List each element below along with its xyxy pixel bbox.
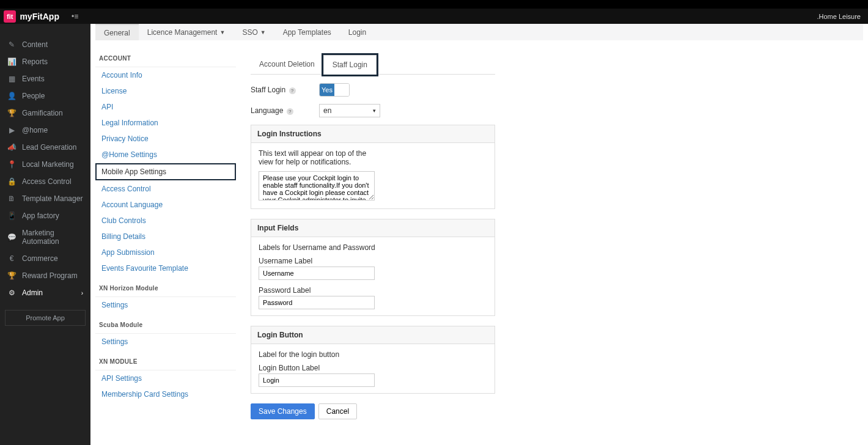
sidemenu-heading-xnmodule: XN MODULE (95, 350, 236, 370)
sidemenu-link-membership-card-settings[interactable]: Membership Card Settings (95, 386, 236, 402)
subtab-staff-login[interactable]: Staff Login (323, 55, 377, 75)
bull-icon: 📣 (7, 143, 16, 152)
tab-login[interactable]: Login (340, 24, 375, 40)
tab-label: Login (348, 28, 366, 37)
sidemenu-link--home-settings[interactable]: @Home Settings (95, 147, 236, 163)
sidemenu-link-club-controls[interactable]: Club Controls (95, 213, 236, 229)
tab-sso[interactable]: SSO▼ (234, 24, 274, 40)
password-label-input[interactable] (259, 296, 375, 309)
mobile-icon: 📱 (7, 211, 16, 220)
lock-icon: 🔒 (7, 177, 16, 186)
sidemenu-link-access-control[interactable]: Access Control (95, 181, 236, 197)
sidebar-item-template-manager[interactable]: 🗎Template Manager (0, 190, 90, 207)
tab-app-templates[interactable]: App Templates (274, 24, 340, 40)
chevron-down-icon: ▾ (373, 108, 376, 114)
chart-icon: 📊 (7, 57, 16, 66)
username-label-input[interactable] (259, 267, 375, 280)
tab-label: Licence Management (147, 28, 218, 37)
promote-app-button[interactable]: Promote App (5, 310, 86, 326)
login-button-panel: Login Button Label for the login button … (251, 326, 495, 394)
sidebar-item-reward-program[interactable]: 🏆Reward Program (0, 267, 90, 284)
sidemenu-link-mobile-app-settings[interactable]: Mobile App Settings (95, 163, 236, 180)
sidebar-item-label: Access Control (22, 177, 72, 186)
sidebar-item-marketing-automation[interactable]: 💬Marketing Automation (0, 224, 90, 250)
sidemenu-link-api-settings[interactable]: API Settings (95, 370, 236, 386)
panel-header: Login Button (251, 326, 495, 344)
sidemenu-link-legal-information[interactable]: Legal Information (95, 115, 236, 131)
sidebar-item-label: Template Manager (22, 194, 83, 203)
euro-icon: € (7, 254, 16, 263)
pin-icon: 📍 (7, 160, 16, 169)
toggle-blank (334, 84, 349, 96)
staff-login-toggle[interactable]: Yes (319, 83, 350, 97)
sidebar-item-label: Content (22, 40, 48, 49)
doc-icon: 🗎 (7, 194, 16, 203)
input-fields-panel: Input Fields Labels for Username and Pas… (251, 219, 495, 316)
sidemenu-link-events-favourite-template[interactable]: Events Favourite Template (95, 260, 236, 276)
tenant-name[interactable]: .Home Leisure (817, 13, 861, 20)
comment-icon: 💬 (7, 233, 16, 241)
sidemenu-link-settings[interactable]: Settings (95, 297, 236, 313)
tabs-bar: GeneralLicence Management▼SSO▼App Templa… (95, 24, 863, 40)
brand-logo: fit (4, 10, 16, 23)
sidebar-item-content[interactable]: ✎Content (0, 36, 90, 53)
sidebar-item-events[interactable]: ▦Events (0, 70, 90, 87)
login-instructions-textarea[interactable]: Please use your Cockpit login to enable … (259, 171, 375, 200)
caret-down-icon: ▼ (260, 29, 266, 35)
tab-general[interactable]: General (95, 24, 139, 40)
sidemenu-link-license[interactable]: License (95, 83, 236, 99)
sidebar-item-label: Commerce (22, 254, 58, 263)
help-icon[interactable]: ? (289, 87, 296, 94)
sidemenu-link-privacy-notice[interactable]: Privacy Notice (95, 131, 236, 147)
sidebar-item-app-factory[interactable]: 📱App factory (0, 207, 90, 224)
sidebar-item-admin[interactable]: ⚙Admin› (0, 284, 90, 301)
subtab-account-deletion[interactable]: Account Deletion (251, 55, 323, 74)
sidemenu-link-billing-details[interactable]: Billing Details (95, 229, 236, 245)
language-label: Language ? (251, 106, 312, 115)
sidebar-item--home[interactable]: ▶@home (0, 122, 90, 139)
language-select[interactable]: en ▾ (319, 104, 380, 117)
gear-icon: ⚙ (7, 289, 16, 297)
sidebar-item-people[interactable]: 👤People (0, 87, 90, 105)
sidebar-item-label: Reports (22, 57, 48, 66)
sidebar-item-commerce[interactable]: €Commerce (0, 250, 90, 267)
sidebar-item-label: Reward Program (22, 271, 78, 280)
user-icon: 👤 (7, 92, 16, 100)
form-area: Account DeletionStaff Login Staff Login … (251, 55, 495, 419)
save-changes-button[interactable]: Save Changes (251, 403, 315, 419)
sidebar-item-label: Local Marketing (22, 160, 74, 169)
sidebar-item-access-control[interactable]: 🔒Access Control (0, 173, 90, 190)
tab-licence-management[interactable]: Licence Management▼ (139, 24, 234, 40)
sidebar: ✎Content📊Reports▦Events👤People🏆Gamificat… (0, 24, 90, 445)
sidemenu-link-settings[interactable]: Settings (95, 334, 236, 350)
sidebar-item-label: App factory (22, 211, 59, 220)
play-icon: ▶ (7, 126, 16, 134)
brand-name: myFitApp (20, 12, 59, 21)
login-button-label-label: Login Button Label (259, 364, 487, 372)
cancel-button[interactable]: Cancel (318, 403, 357, 419)
login-instructions-panel: Login Instructions This text will appear… (251, 125, 495, 209)
sidemenu-link-account-language[interactable]: Account Language (95, 197, 236, 213)
sidebar-item-reports[interactable]: 📊Reports (0, 53, 90, 70)
sidebar-toggle-icon[interactable]: •≡ (72, 12, 78, 21)
calendar-icon: ▦ (7, 75, 16, 83)
sidebar-item-lead-generation[interactable]: 📣Lead Generation (0, 139, 90, 156)
sidemenu-heading-scuba: Scuba Module (95, 313, 236, 334)
sidemenu-link-app-submission[interactable]: App Submission (95, 245, 236, 260)
chevron-right-icon: › (81, 290, 83, 296)
tab-label: App Templates (283, 28, 331, 37)
sidemenu-link-api[interactable]: API (95, 99, 236, 115)
login-button-label-input[interactable] (259, 373, 375, 387)
sidemenu-link-account-info[interactable]: Account Info (95, 67, 236, 83)
help-icon[interactable]: ? (287, 108, 293, 115)
sidemenu-heading-account: ACCOUNT (95, 55, 236, 67)
form-button-row: Save Changes Cancel (251, 403, 495, 419)
pencil-icon: ✎ (7, 40, 16, 49)
sidemenu-heading-horizon: XN Horizon Module (95, 276, 236, 297)
panel-description: Labels for Username and Password (259, 243, 487, 252)
topbar: fit myFitApp •≡ .Home Leisure (0, 9, 868, 24)
sidebar-item-gamification[interactable]: 🏆Gamification (0, 105, 90, 122)
panel-header: Login Instructions (251, 125, 495, 143)
sidebar-item-local-marketing[interactable]: 📍Local Marketing (0, 156, 90, 173)
staff-login-label: Staff Login ? (251, 86, 312, 94)
